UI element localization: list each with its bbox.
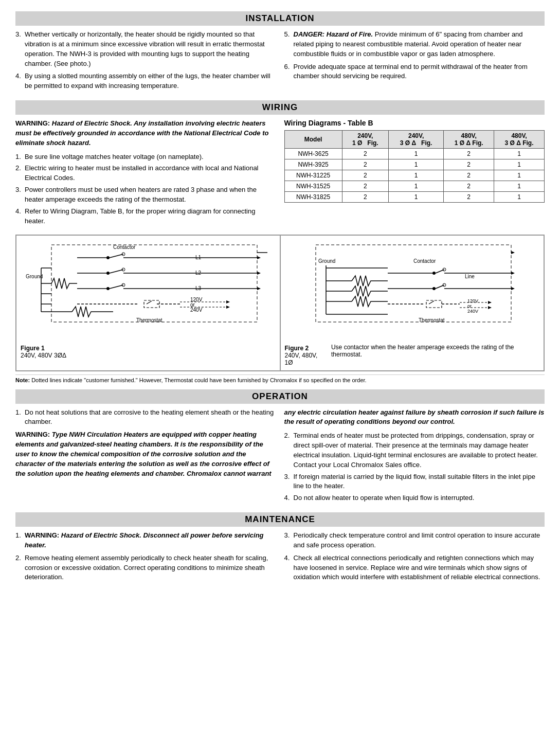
svg-marker-67 — [488, 301, 492, 304]
operation-header: OPERATION — [15, 389, 545, 404]
warning-label: WARNING: — [15, 431, 50, 438]
table-cell: 1 — [388, 170, 443, 181]
table-cell: 1 — [494, 192, 545, 203]
installation-right: 5. DANGER: Hazard of Fire. Provide minim… — [284, 30, 545, 94]
svg-marker-37 — [226, 306, 230, 309]
wiring-table: Model 240V,1 Ø Fig. 240V,3 Ø Δ Fig. 480V… — [284, 130, 545, 203]
item-text: Do not heat solutions that are corrosive… — [25, 408, 276, 427]
operation-item-3: 3. If foreign material is carried by the… — [284, 472, 545, 492]
operation-right: any electric circulation heater against … — [284, 408, 545, 507]
table-cell: 2 — [444, 149, 494, 159]
table-cell: 1 — [388, 159, 443, 170]
table-cell: 1 — [494, 181, 545, 192]
item-text: Provide adequate space at terminal end t… — [294, 62, 545, 82]
svg-marker-60 — [511, 287, 515, 290]
item-text: If foreign material is carried by the li… — [294, 472, 545, 492]
svg-rect-62 — [426, 300, 442, 308]
item-text: WARNING: Hazard of Electric Shock. Disco… — [25, 531, 276, 550]
thermostat-label-fig1: Thermostat — [136, 317, 162, 323]
table-cell: 2 — [444, 170, 494, 181]
warning-body: Hazard of Electric Shock. Any installati… — [15, 119, 268, 147]
svg-marker-29 — [257, 287, 261, 290]
svg-line-18 — [110, 270, 123, 273]
svg-point-56 — [432, 287, 436, 290]
item-text: Do not allow heater to operate when liqu… — [294, 493, 475, 503]
item-text: DANGER: Hazard of Fire. Provide minimum … — [294, 30, 545, 59]
ground-text-fig1: Ground — [26, 274, 43, 279]
danger-label: DANGER: — [294, 30, 325, 38]
svg-rect-0 — [51, 245, 257, 322]
fig2-label: Figure 2 — [285, 345, 309, 352]
ground-text-fig2: Ground — [318, 258, 335, 264]
operation-item-4: 4. Do not allow heater to operate when l… — [284, 493, 545, 503]
installation-left: 3. Whether vertically or horizontally, t… — [15, 30, 276, 94]
warning-label: WARNING: — [25, 531, 59, 539]
fig1-sub: 240V, 480V 3ØΔ — [21, 352, 66, 359]
svg-line-32 — [147, 301, 152, 304]
wiring-item-2: 2. Electric wiring to heater must be ins… — [15, 164, 276, 183]
figure-1-box: Ground Contactor — [16, 235, 280, 371]
item-text: Refer to Wiring Diagram, Table B, for th… — [25, 207, 276, 226]
contactor-label-fig2: Contactor — [413, 258, 436, 264]
table-cell: NWH-31225 — [284, 170, 342, 181]
table-row: NWH-36252121 — [284, 149, 545, 159]
col-model: Model — [284, 131, 342, 149]
maintenance-warning-text: Hazard of Electric Shock. Disconnect all… — [25, 531, 264, 549]
operation-item-1: 1. Do not heat solutions that are corros… — [15, 408, 276, 427]
svg-marker-43 — [511, 251, 515, 254]
item-text: Be sure line voltage matches heater volt… — [25, 152, 204, 162]
item-text: Remove heating element assembly periodic… — [25, 553, 276, 583]
svg-point-24 — [106, 287, 110, 290]
svg-point-10 — [106, 256, 110, 259]
table-cell: NWH-31825 — [284, 192, 342, 203]
wiring-warning: WARNING: Hazard of Electric Shock. Any i… — [15, 119, 276, 148]
table-cell: NWH-3625 — [284, 149, 342, 159]
diagram-container: Ground Contactor — [15, 235, 545, 371]
fig2-caption: Figure 2 240V, 480V, 1Ø — [285, 345, 326, 366]
col-240v-3ph: 240V,3 Ø Δ Fig. — [388, 131, 443, 149]
table-row: NWH-312252121 — [284, 170, 545, 181]
fig1-caption: Figure 1 240V, 480V 3ØΔ — [21, 345, 276, 359]
thermostat-label-fig2: Thermostat — [419, 317, 445, 323]
v120-label-fig2: 120V — [467, 298, 478, 303]
wiring-item-3: 3. Power controllers must be used when h… — [15, 185, 276, 205]
contactor-label-fig1: Contactor — [113, 244, 136, 250]
table-row: NWH-315252121 — [284, 181, 545, 192]
svg-marker-68 — [488, 306, 492, 309]
wiring-note: Note: Dotted lines indicate "customer fu… — [15, 374, 545, 383]
table-row: NWH-39252121 — [284, 159, 545, 170]
operation-right-italic: any electric circulation heater against … — [284, 408, 545, 427]
table-cell: 2 — [342, 149, 388, 159]
fig1-label: Figure 1 — [21, 345, 45, 352]
wiring-table-title: Wiring Diagrams - Table B — [284, 119, 545, 127]
table-cell: 2 — [342, 159, 388, 170]
item-text: Terminal ends of heater must be protecte… — [294, 431, 545, 470]
maintenance-item-2: 2. Remove heating element assembly perio… — [15, 553, 276, 583]
installation-item-6: 6. Provide adequate space at terminal en… — [284, 62, 545, 82]
table-cell: 2 — [444, 159, 494, 170]
table-cell: 1 — [388, 192, 443, 203]
installation-section: INSTALLATION 3. Whether vertically or ho… — [15, 11, 545, 94]
item-text: Power controllers must be used when heat… — [25, 185, 276, 205]
table-cell: NWH-31525 — [284, 181, 342, 192]
maintenance-header: MAINTENANCE — [15, 512, 545, 527]
svg-text:240V: 240V — [467, 309, 478, 314]
operation-item-2: 2. Terminal ends of heater must be prote… — [284, 431, 545, 470]
item-num: 4. — [15, 71, 23, 91]
installation-item-5: 5. DANGER: Hazard of Fire. Provide minim… — [284, 30, 545, 59]
svg-rect-42 — [316, 245, 511, 322]
table-cell: 1 — [388, 149, 443, 159]
item-num: 3. — [15, 30, 23, 68]
maintenance-item-1: 1. WARNING: Hazard of Electric Shock. Di… — [15, 531, 276, 550]
table-row: NWH-318252121 — [284, 192, 545, 203]
fig2-caption-area: Figure 2 240V, 480V, 1Ø Use contactor wh… — [285, 343, 540, 366]
svg-marker-22 — [257, 272, 261, 275]
svg-marker-54 — [511, 272, 515, 275]
operation-warning: WARNING: Type NWH Circulation Heaters ar… — [15, 430, 276, 478]
installation-item-3: 3. Whether vertically or horizontally, t… — [15, 30, 276, 68]
wiring-header: WIRING — [15, 100, 545, 115]
item-text: Electric wiring to heater must be instal… — [25, 164, 276, 183]
fig2-note: Use contactor when the heater amperage e… — [331, 343, 539, 358]
operation-left: 1. Do not heat solutions that are corros… — [15, 408, 276, 507]
table-cell: 1 — [494, 149, 545, 159]
